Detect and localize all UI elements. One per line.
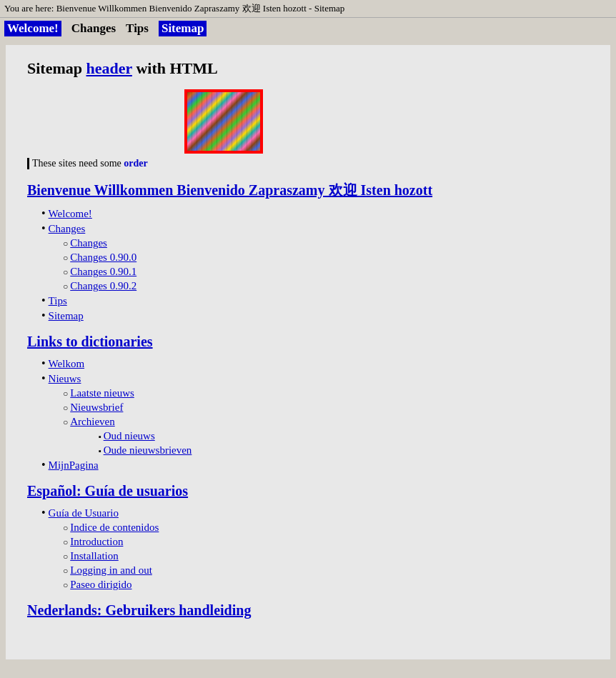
link-logging[interactable]: Logging in and out <box>70 564 152 576</box>
link-welkom[interactable]: Welkom <box>49 358 84 369</box>
nav-welcome[interactable]: Welcome! <box>4 21 61 36</box>
link-tips[interactable]: Tips <box>49 295 67 306</box>
section-nederlands[interactable]: Nederlands: Gebruikers handleiding <box>27 602 589 619</box>
order-text-plain: These sites need some <box>32 158 124 169</box>
link-changes[interactable]: Changes <box>49 223 86 234</box>
link-changes-091[interactable]: Changes 0.90.1 <box>70 266 136 277</box>
link-changes-092[interactable]: Changes 0.90.2 <box>70 280 136 291</box>
list-item: Changes 0.90.0 <box>63 251 589 264</box>
link-changes-090[interactable]: Changes 0.90.0 <box>70 251 136 263</box>
list-item: Changes 0.90.1 <box>63 265 589 278</box>
link-paseo[interactable]: Paseo dirigido <box>70 579 131 590</box>
link-installation[interactable]: Installation <box>70 550 119 562</box>
breadcrumb: You are here: Bienvenue Willkommen Bienv… <box>0 0 616 18</box>
list-item: Welcome! <box>41 207 589 220</box>
link-nieuwsbrief[interactable]: Nieuwsbrief <box>70 402 123 413</box>
section-bienvenue[interactable]: Bienvenue Willkommen Bienvenido Zaprasza… <box>27 181 589 200</box>
bienvenue-list: Welcome! Changes Changes Changes 0.90.0 … <box>41 207 589 322</box>
order-link[interactable]: order <box>124 158 147 169</box>
link-nieuws[interactable]: Nieuws <box>49 373 81 384</box>
guia-sub-list: Indice de contenidos Introduction Instal… <box>63 521 589 591</box>
nieuws-sub-list: Laatste nieuws Nieuwsbrief Archieven Oud… <box>63 387 589 457</box>
link-introduction[interactable]: Introduction <box>70 536 123 547</box>
list-item: Nieuwsbrief <box>63 401 589 414</box>
list-item: Guía de Usuario Indice de contenidos Int… <box>41 507 589 591</box>
nav-bar: Welcome! Changes Tips Sitemap <box>0 18 616 39</box>
list-item: Paseo dirigido <box>63 578 589 591</box>
breadcrumb-text: You are here: Bienvenue Willkommen Bienv… <box>4 3 344 14</box>
page-title: Sitemap header with HTML <box>27 59 589 78</box>
list-item: Welkom <box>41 357 589 370</box>
nav-tips[interactable]: Tips <box>126 21 149 36</box>
list-item: Tips <box>41 294 589 307</box>
image-wrapper <box>184 89 589 154</box>
list-item: Oude nieuwsbrieven <box>99 444 589 457</box>
list-item: Changes 0.90.2 <box>63 279 589 292</box>
list-item: Logging in and out <box>63 564 589 577</box>
link-mijnpagina[interactable]: MijnPagina <box>49 459 99 471</box>
order-text: These sites need some order <box>27 158 589 169</box>
list-item: Installation <box>63 549 589 562</box>
nav-changes[interactable]: Changes <box>71 21 116 36</box>
list-item: Sitemap <box>41 309 589 322</box>
main-content: Sitemap header with HTML These sites nee… <box>6 45 610 659</box>
list-item: Introduction <box>63 535 589 548</box>
link-laatste-nieuws[interactable]: Laatste nieuws <box>70 387 134 399</box>
list-item: Changes Changes Changes 0.90.0 Changes 0… <box>41 222 589 292</box>
page-title-plain: Sitemap <box>27 59 86 77</box>
list-item: Archieven Oud nieuws Oude nieuwsbrieven <box>63 415 589 457</box>
link-changes-main[interactable]: Changes <box>70 237 107 249</box>
nav-sitemap[interactable]: Sitemap <box>159 21 207 36</box>
link-oud-nieuws[interactable]: Oud nieuws <box>104 430 155 442</box>
dictionaries-list: Welkom Nieuws Laatste nieuws Nieuwsbrief… <box>41 357 589 472</box>
link-oude-nieuwsbrieven[interactable]: Oude nieuwsbrieven <box>104 444 192 456</box>
section-espanol[interactable]: Español: Guía de usuarios <box>27 483 589 499</box>
link-welcome[interactable]: Welcome! <box>49 208 92 219</box>
link-sitemap[interactable]: Sitemap <box>49 310 84 321</box>
list-item: Indice de contenidos <box>63 521 589 534</box>
archieven-sub-list: Oud nieuws Oude nieuwsbrieven <box>99 429 589 457</box>
list-item: Laatste nieuws <box>63 387 589 399</box>
page-title-rest: with HTML <box>132 59 218 77</box>
changes-sub-list: Changes Changes 0.90.0 Changes 0.90.1 Ch… <box>63 236 589 292</box>
header-link[interactable]: header <box>86 59 132 77</box>
espanol-list: Guía de Usuario Indice de contenidos Int… <box>41 507 589 591</box>
list-item: MijnPagina <box>41 459 589 472</box>
list-item: Changes <box>63 236 589 249</box>
section-links-dictionaries[interactable]: Links to dictionaries <box>27 334 589 350</box>
list-item: Oud nieuws <box>99 429 589 442</box>
book-image <box>184 89 263 154</box>
link-archieven[interactable]: Archieven <box>70 416 114 427</box>
link-guia-usuario[interactable]: Guía de Usuario <box>49 507 119 519</box>
link-indice[interactable]: Indice de contenidos <box>70 522 159 533</box>
list-item: Nieuws Laatste nieuws Nieuwsbrief Archie… <box>41 372 589 457</box>
